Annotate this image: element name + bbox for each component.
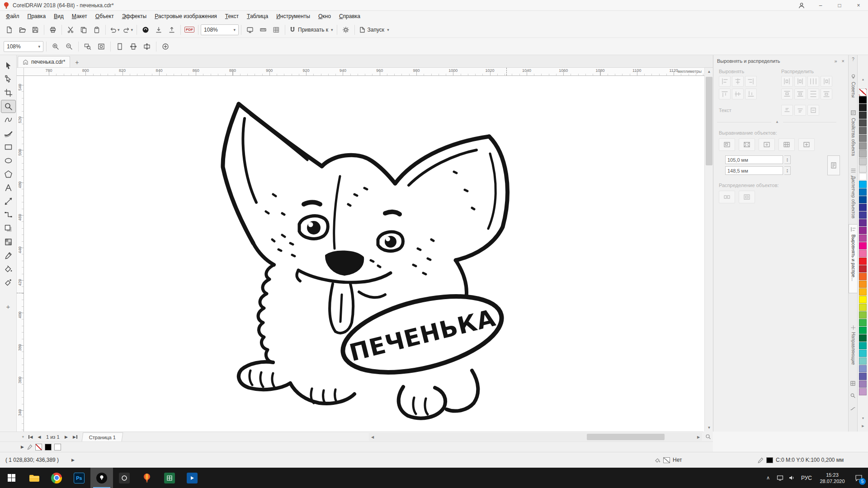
- menu-text[interactable]: Текст: [221, 12, 243, 21]
- print-button[interactable]: [47, 23, 59, 36]
- distribute-top-button[interactable]: [781, 89, 793, 99]
- palette-color-swatch[interactable]: [859, 281, 867, 288]
- palette-color-swatch[interactable]: [859, 112, 867, 119]
- corgi-artwork[interactable]: ПЕЧЕНЬКА: [219, 99, 515, 429]
- new-document-button[interactable]: [3, 23, 15, 36]
- last-page-button[interactable]: ▶: [71, 433, 79, 441]
- rectangle-tool[interactable]: [1, 141, 16, 154]
- align-to-active-button[interactable]: [719, 138, 735, 151]
- polygon-tool[interactable]: [1, 168, 16, 181]
- palette-color-swatch[interactable]: [859, 258, 867, 265]
- docker-close-icon[interactable]: ×: [842, 58, 844, 64]
- zoom-to-all-button[interactable]: [95, 40, 108, 53]
- align-height-field[interactable]: [725, 166, 783, 175]
- tray-up-icon[interactable]: ∧: [762, 468, 774, 488]
- menu-bitmaps[interactable]: Растровые изображения: [151, 12, 221, 21]
- tab-object-manager[interactable]: Диспетчер объектов: [849, 166, 858, 221]
- page-tab[interactable]: Страница 1: [81, 432, 123, 441]
- palette-color-swatch[interactable]: [859, 196, 867, 203]
- publish-pdf-button[interactable]: PDF: [183, 23, 196, 36]
- palette-color-swatch[interactable]: [859, 165, 867, 173]
- add-tools-button[interactable]: +: [1, 300, 16, 313]
- add-page-button[interactable]: +: [19, 433, 27, 441]
- palette-color-swatch[interactable]: [859, 304, 867, 311]
- menu-window[interactable]: Окно: [314, 12, 335, 21]
- doc-palette-black-swatch[interactable]: [45, 444, 52, 450]
- drop-shadow-tool[interactable]: [1, 222, 16, 235]
- align-left-button[interactable]: [719, 76, 731, 87]
- menu-object[interactable]: Объект: [91, 12, 118, 21]
- palette-color-swatch[interactable]: [859, 357, 867, 365]
- search-content-button[interactable]: [139, 23, 152, 36]
- palette-color-swatch[interactable]: [859, 211, 867, 219]
- options-button[interactable]: [340, 23, 352, 36]
- distribute-center-v-button[interactable]: [794, 89, 806, 99]
- taskbar-dark-app[interactable]: [113, 468, 136, 488]
- palette-color-swatch[interactable]: [859, 135, 867, 142]
- crop-tool[interactable]: [1, 86, 16, 99]
- ruler-origin-corner[interactable]: [17, 68, 24, 76]
- zoom-to-height-button[interactable]: [141, 40, 153, 53]
- palette-color-swatch[interactable]: [859, 104, 867, 111]
- show-grid-button[interactable]: [270, 23, 283, 36]
- palette-color-swatch[interactable]: [859, 373, 867, 380]
- tab-align-distribute[interactable]: Выровнять и распре...: [849, 224, 858, 293]
- height-spinner[interactable]: ▲▼: [784, 166, 791, 175]
- connector-tool[interactable]: [1, 208, 16, 221]
- palette-color-swatch[interactable]: [859, 311, 867, 319]
- tray-volume-icon[interactable]: [786, 468, 797, 488]
- ellipse-tool[interactable]: [1, 154, 16, 167]
- align-center-h-button[interactable]: [732, 76, 744, 87]
- doc-palette-white-swatch[interactable]: [54, 444, 61, 450]
- new-tab-button[interactable]: +: [72, 57, 82, 67]
- freehand-tool[interactable]: [1, 113, 16, 127]
- palette-color-swatch[interactable]: [859, 204, 867, 211]
- docker-collapse-icon[interactable]: »: [834, 58, 837, 64]
- document-tab[interactable]: печенька.cdr*: [18, 56, 70, 67]
- no-color-swatch[interactable]: [859, 89, 867, 96]
- paste-button[interactable]: [90, 23, 103, 36]
- palette-color-swatch[interactable]: [859, 235, 867, 242]
- action-center-button[interactable]: 5: [849, 468, 868, 488]
- taskbar-movies[interactable]: [181, 468, 203, 488]
- distribute-bottom-button[interactable]: [821, 89, 832, 99]
- drawing-canvas[interactable]: ПЕЧЕНЬКА: [24, 76, 704, 432]
- palette-color-swatch[interactable]: [859, 380, 867, 388]
- distribute-extent-page-button[interactable]: [739, 191, 755, 203]
- taskbar-coreldraw-active[interactable]: [90, 468, 113, 488]
- horizontal-scrollbar[interactable]: ◀ ▶: [369, 433, 702, 441]
- zoom-to-width-button[interactable]: [127, 40, 140, 53]
- zoom-out-button[interactable]: [63, 40, 75, 53]
- palette-color-swatch[interactable]: [859, 150, 867, 157]
- scroll-down-icon[interactable]: ▼: [705, 424, 713, 432]
- redo-dropdown-icon[interactable]: ▾: [131, 28, 133, 32]
- cut-button[interactable]: [64, 23, 77, 36]
- dimension-tool[interactable]: [1, 195, 16, 208]
- zoom-to-page-button[interactable]: [113, 40, 126, 53]
- account-icon[interactable]: [792, 0, 811, 11]
- align-width-field[interactable]: [725, 155, 783, 164]
- distribute-spacing-v-button[interactable]: [807, 89, 819, 99]
- palette-expand-icon[interactable]: ▶: [21, 445, 24, 449]
- palette-color-swatch[interactable]: [859, 181, 867, 188]
- palette-color-swatch[interactable]: [859, 342, 867, 349]
- menu-layout[interactable]: Макет: [68, 12, 91, 21]
- menu-effects[interactable]: Эффекты: [118, 12, 151, 21]
- language-indicator[interactable]: РУС: [797, 475, 816, 481]
- maximize-button[interactable]: □: [830, 0, 849, 11]
- horizontal-scroll-thumb[interactable]: [587, 434, 665, 440]
- menu-table[interactable]: Таблица: [243, 12, 272, 21]
- tray-display-icon[interactable]: [774, 468, 786, 488]
- section-collapse-icon[interactable]: ▲: [771, 119, 783, 125]
- artistic-media-tool[interactable]: [1, 127, 16, 140]
- doc-palette-no-color-swatch[interactable]: [35, 444, 42, 450]
- redo-button[interactable]: ▾: [122, 23, 135, 36]
- zoom-to-selection-button[interactable]: [81, 40, 94, 53]
- tab-guidelines[interactable]: Направляющие: [849, 324, 858, 365]
- minimize-button[interactable]: –: [811, 0, 830, 11]
- menu-file[interactable]: Файл: [2, 12, 24, 21]
- save-button[interactable]: [29, 23, 42, 36]
- fullscreen-preview-button[interactable]: [244, 23, 256, 36]
- align-to-point-button[interactable]: [798, 138, 815, 151]
- text-baseline-first-button[interactable]: [781, 105, 793, 116]
